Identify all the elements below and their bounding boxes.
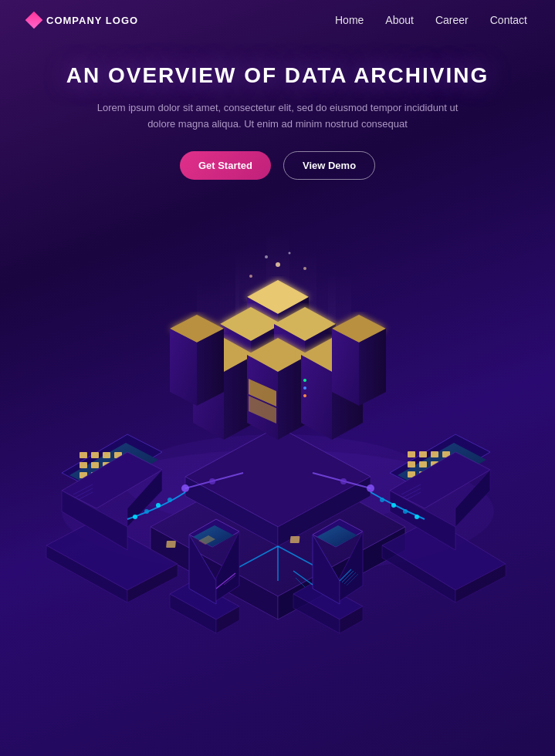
svg-rect-135 bbox=[289, 536, 299, 543]
svg-rect-74 bbox=[103, 452, 110, 458]
data-archiving-illustration bbox=[27, 187, 529, 681]
svg-point-89 bbox=[144, 509, 149, 514]
logo-area: COMPANY LOGO bbox=[28, 14, 138, 26]
svg-point-60 bbox=[209, 478, 215, 484]
nav-career[interactable]: Career bbox=[435, 14, 469, 26]
hero-section: AN OVERVIEW OF DATA ARCHIVING Lorem ipsu… bbox=[0, 40, 555, 180]
view-demo-button[interactable]: View Demo bbox=[283, 151, 375, 180]
svg-point-114 bbox=[403, 509, 408, 514]
svg-point-88 bbox=[133, 515, 137, 519]
svg-point-63 bbox=[340, 478, 347, 484]
svg-point-145 bbox=[265, 255, 268, 258]
svg-point-51 bbox=[303, 394, 306, 397]
nav-contact[interactable]: Contact bbox=[490, 14, 527, 26]
svg-point-143 bbox=[249, 275, 252, 278]
svg-point-115 bbox=[391, 503, 396, 508]
svg-point-49 bbox=[303, 379, 306, 382]
svg-point-146 bbox=[288, 251, 290, 254]
svg-point-144 bbox=[303, 267, 306, 270]
svg-rect-125 bbox=[166, 541, 176, 548]
header: COMPANY LOGO Home About Career Contact bbox=[0, 0, 555, 40]
svg-point-90 bbox=[156, 503, 161, 508]
logo-diamond-icon bbox=[25, 12, 43, 29]
svg-point-59 bbox=[181, 484, 189, 492]
svg-rect-76 bbox=[80, 462, 87, 468]
hero-description: Lorem ipsum dolor sit amet, consectetur … bbox=[85, 100, 471, 133]
hero-buttons: Get Started View Demo bbox=[62, 151, 493, 180]
svg-point-91 bbox=[168, 498, 172, 502]
nav-home[interactable]: Home bbox=[335, 14, 364, 26]
svg-rect-73 bbox=[91, 452, 99, 458]
svg-rect-77 bbox=[91, 462, 99, 468]
svg-rect-99 bbox=[431, 451, 438, 457]
svg-point-116 bbox=[380, 498, 384, 502]
illustration-area bbox=[0, 187, 555, 681]
svg-rect-102 bbox=[419, 461, 427, 467]
svg-point-50 bbox=[303, 386, 306, 390]
svg-rect-98 bbox=[419, 451, 427, 457]
svg-point-113 bbox=[415, 515, 419, 519]
svg-rect-101 bbox=[408, 461, 415, 467]
svg-point-62 bbox=[367, 484, 374, 492]
nav-about[interactable]: About bbox=[385, 14, 414, 26]
nav: Home About Career Contact bbox=[335, 14, 527, 26]
logo-text: COMPANY LOGO bbox=[46, 15, 138, 26]
get-started-button[interactable]: Get Started bbox=[180, 151, 271, 180]
svg-point-142 bbox=[276, 262, 280, 267]
svg-rect-97 bbox=[408, 451, 415, 457]
page-title: AN OVERVIEW OF DATA ARCHIVING bbox=[62, 63, 493, 88]
svg-rect-72 bbox=[80, 452, 87, 458]
